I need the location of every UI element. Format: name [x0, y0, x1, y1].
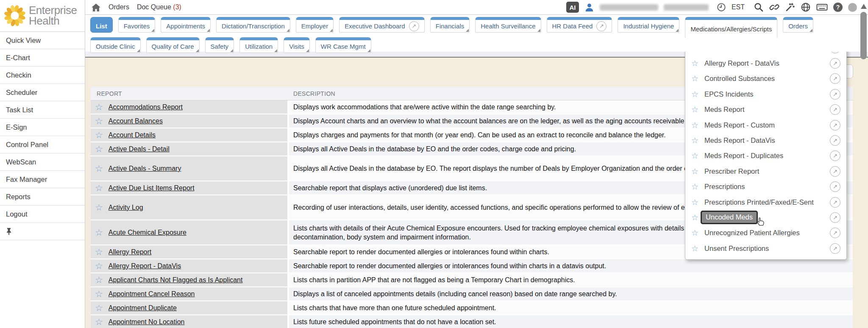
- breadcrumb-orders[interactable]: Orders: [108, 3, 129, 11]
- report-link-appointment-duplicate[interactable]: Appointment Duplicate: [108, 304, 177, 312]
- report-link-active-deals-detail[interactable]: Active Deals - Detail: [108, 145, 170, 153]
- favorite-star-icon[interactable]: ☆: [691, 245, 698, 253]
- favorite-star-icon[interactable]: ☆: [691, 136, 698, 145]
- globe-icon[interactable]: [801, 2, 811, 12]
- open-report-arrow-icon[interactable]: ↗: [830, 135, 840, 146]
- search-icon[interactable]: [754, 2, 764, 12]
- dropdown-item-meds-report-duplicates[interactable]: ☆Meds Report - Duplicates↗: [685, 148, 846, 164]
- scrollbar-thumb[interactable]: [860, 12, 867, 59]
- dropdown-item-prescriptions[interactable]: ☆Prescriptions↗: [685, 179, 846, 195]
- link-icon[interactable]: [769, 2, 779, 12]
- open-report-arrow-icon[interactable]: ↗: [830, 228, 840, 238]
- report-link-appointment-cancel-reason[interactable]: Appointment Cancel Reason: [108, 290, 195, 298]
- sidebar-item-fax-manager[interactable]: Fax Manager: [0, 171, 85, 188]
- ai-assistant-icon[interactable]: AI: [566, 2, 579, 13]
- favorite-star-icon[interactable]: ☆: [95, 247, 103, 256]
- dropdown-item-unsent-prescriptions[interactable]: ☆Unsent Prescriptions↗: [685, 241, 846, 256]
- favorite-star-icon[interactable]: ☆: [95, 317, 103, 326]
- tab-dictation-transcription[interactable]: Dictation/Transcription: [216, 17, 290, 33]
- favorite-star-icon[interactable]: ☆: [691, 198, 698, 206]
- favorite-star-icon[interactable]: ☆: [691, 229, 698, 237]
- favorite-star-icon[interactable]: ☆: [691, 183, 698, 191]
- tab-wr-case-mgmt[interactable]: WR Case Mgmt: [315, 37, 371, 53]
- favorite-star-icon[interactable]: ☆: [95, 289, 103, 298]
- sidebar-item-scheduler[interactable]: Scheduler: [0, 84, 85, 101]
- dropdown-item-prescriptions-printed-faxed-e-sent[interactable]: ☆Prescriptions Printed/Faxed/E-Sent↗: [685, 195, 846, 210]
- open-report-arrow-icon[interactable]: ↗: [830, 104, 840, 115]
- report-link-appointment-no-location[interactable]: Appointment No Location: [108, 318, 185, 326]
- report-link-allergy-report-datavis[interactable]: Allergy Report - DataVis: [108, 262, 181, 270]
- sidebar-item-quick-view[interactable]: Quick View: [0, 32, 85, 49]
- report-link-account-details[interactable]: Account Details: [108, 131, 156, 139]
- open-report-arrow-icon[interactable]: ↗: [830, 120, 840, 131]
- report-link-acute-chemical-exposure[interactable]: Acute Chemical Exposure: [108, 229, 186, 236]
- tab-executive-dashboard[interactable]: Executive Dashboard↗: [339, 17, 425, 33]
- open-report-arrow-icon[interactable]: ↗: [830, 58, 840, 69]
- open-report-arrow-icon[interactable]: ↗: [830, 243, 840, 254]
- dropdown-item-meds-report-custom[interactable]: ☆Meds Report - Custom↗: [685, 117, 846, 133]
- open-report-arrow-icon[interactable]: ↗: [830, 73, 840, 84]
- favorite-star-icon[interactable]: ☆: [691, 214, 698, 222]
- home-icon[interactable]: [91, 3, 101, 12]
- open-report-arrow-icon[interactable]: ↗: [596, 21, 606, 31]
- dropdown-item-allergy-report-datavis[interactable]: ☆Allergy Report - DataVis↗: [685, 56, 846, 71]
- tab-employer[interactable]: Employer: [296, 17, 334, 33]
- user-icon[interactable]: [584, 3, 594, 12]
- favorite-star-icon[interactable]: ☆: [95, 164, 103, 173]
- sidebar-item-reports[interactable]: Reports: [0, 188, 85, 206]
- report-link-accommodations-report[interactable]: Accommodations Report: [108, 103, 183, 111]
- favorite-star-icon[interactable]: ☆: [95, 131, 103, 139]
- dropdown-item-meds-report[interactable]: ☆Meds Report↗: [685, 102, 846, 117]
- open-report-arrow-icon[interactable]: ↗: [409, 21, 419, 31]
- clock-icon[interactable]: [717, 3, 726, 12]
- dropdown-item-unrecognized-patient-allergies[interactable]: ☆Unrecognized Patient Allergies↗: [685, 225, 846, 241]
- favorite-star-icon[interactable]: ☆: [95, 117, 103, 125]
- open-report-arrow-icon[interactable]: ↗: [830, 89, 840, 100]
- sidebar-item-e-chart[interactable]: E-Chart: [0, 49, 85, 67]
- report-link-account-balances[interactable]: Account Balances: [108, 117, 163, 125]
- open-report-arrow-icon[interactable]: ↗: [830, 197, 840, 208]
- favorite-star-icon[interactable]: ☆: [691, 121, 698, 129]
- favorite-star-icon[interactable]: ☆: [691, 167, 698, 175]
- favorite-star-icon[interactable]: ☆: [691, 106, 698, 114]
- sidebar-item-task-list[interactable]: Task List: [0, 101, 85, 119]
- app-logo[interactable]: EnterpriseHealth: [0, 0, 85, 32]
- tab-financials[interactable]: Financials: [430, 17, 470, 33]
- tab-quality-of-care[interactable]: Quality of Care: [146, 37, 200, 53]
- open-report-arrow-icon[interactable]: ↗: [830, 181, 840, 192]
- report-link-applicant-charts-not-flagged-as-is-applicant[interactable]: Applicant Charts Not Flagged as Is Appli…: [108, 276, 243, 284]
- sidebar-item-e-sign[interactable]: E-Sign: [0, 119, 85, 136]
- magic-wand-icon[interactable]: [785, 2, 795, 12]
- tab-orders[interactable]: Orders: [783, 17, 813, 33]
- sidebar-item-checkin[interactable]: Checkin: [0, 67, 85, 84]
- dropdown-item-meds-report-datavis[interactable]: ☆Meds Report - DataVis↗: [685, 133, 846, 148]
- keyboard-icon[interactable]: [816, 3, 828, 12]
- open-report-arrow-icon[interactable]: ↗: [830, 212, 840, 223]
- tab-list[interactable]: List: [90, 17, 113, 33]
- favorite-star-icon[interactable]: ☆: [691, 90, 698, 98]
- report-link-activity-log[interactable]: Activity Log: [108, 204, 143, 211]
- tab-safety[interactable]: Safety: [205, 37, 234, 53]
- open-report-arrow-icon[interactable]: ↗: [830, 166, 840, 177]
- sidebar-item-logout[interactable]: Logout: [0, 206, 85, 223]
- favorite-star-icon[interactable]: ☆: [95, 183, 103, 192]
- favorite-star-icon[interactable]: ☆: [95, 303, 103, 312]
- sidebar-pin-toggle[interactable]: [0, 223, 85, 240]
- tab-utilization[interactable]: Utilization: [239, 37, 278, 53]
- report-link-allergy-report[interactable]: Allergy Report: [108, 248, 151, 256]
- dropdown-item-controlled-substances[interactable]: ☆Controlled Substances↗: [685, 71, 846, 86]
- scrollbar-up-arrow[interactable]: [861, 4, 867, 9]
- favorite-star-icon[interactable]: ☆: [95, 145, 103, 153]
- report-link-active-due-list-items-report[interactable]: Active Due List Items Report: [108, 184, 195, 192]
- favorite-star-icon[interactable]: ☆: [691, 75, 698, 83]
- open-report-arrow-icon[interactable]: ↗: [830, 150, 840, 161]
- tab-industrial-hygiene[interactable]: Industrial Hygiene: [618, 17, 679, 33]
- tab-health-surveillance[interactable]: Health Surveillance: [475, 17, 541, 33]
- tab-outside-clinic[interactable]: Outside Clinic: [90, 37, 141, 53]
- favorite-star-icon[interactable]: ☆: [691, 59, 698, 67]
- favorite-star-icon[interactable]: ☆: [95, 228, 103, 237]
- report-link-active-deals-summary[interactable]: Active Deals - Summary: [108, 165, 181, 172]
- favorite-star-icon[interactable]: ☆: [95, 261, 103, 270]
- favorite-star-icon[interactable]: ☆: [95, 275, 103, 284]
- tab-medications-allergies-scripts[interactable]: Medications/Allergies/Scripts: [685, 17, 777, 38]
